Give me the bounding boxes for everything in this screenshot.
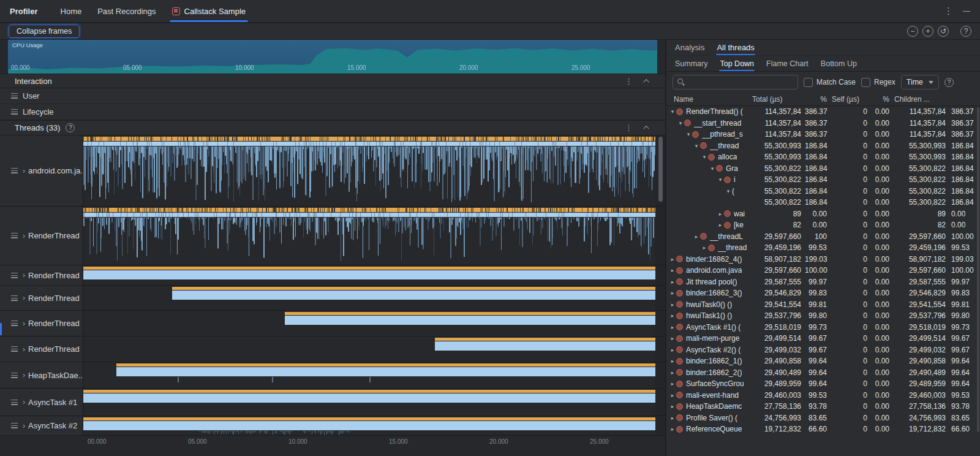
thread-track[interactable] [83, 416, 655, 435]
tree-row[interactable]: ▸wai890.0000.00890.00 [666, 208, 980, 220]
interaction-row-lifecycle[interactable]: Lifecycle [0, 104, 665, 120]
thread-track[interactable] [83, 336, 655, 362]
thread-row[interactable]: ›RenderThread [0, 336, 665, 362]
expand-chevron-icon[interactable]: ▸ [717, 222, 724, 228]
expand-chevron-icon[interactable]: › [23, 294, 25, 302]
thread-track[interactable] [83, 207, 655, 265]
more-options-icon[interactable]: ⋮ [625, 77, 633, 86]
minimize-icon[interactable]: — [963, 7, 970, 15]
search-box[interactable] [673, 75, 798, 89]
thread-row[interactable]: ›AsyncTask #2 [0, 416, 665, 436]
tree-row[interactable]: ▾RenderThread() (114,357,84386.3700.0011… [666, 106, 980, 118]
thread-track[interactable] [83, 389, 655, 416]
match-case-checkbox[interactable]: Match Case [804, 78, 856, 87]
expand-chevron-icon[interactable]: ▸ [669, 358, 676, 364]
expand-chevron-icon[interactable]: ▸ [669, 392, 676, 398]
column-self[interactable]: Self (µs) [831, 95, 871, 104]
column-total-pct[interactable]: % [805, 95, 831, 104]
collapse-chevron-icon[interactable]: ▾ [685, 131, 692, 137]
collapse-chevron-icon[interactable]: ▾ [693, 143, 700, 149]
interaction-row-user[interactable]: User [0, 88, 665, 104]
thread-track[interactable] [83, 311, 655, 336]
expand-chevron-icon[interactable]: ▸ [717, 211, 724, 217]
thread-row[interactable]: ›HeapTaskDae... [0, 362, 665, 389]
thread-label[interactable]: ›RenderThread [0, 336, 83, 362]
expand-chevron-icon[interactable]: ▸ [669, 415, 676, 421]
tab-top-down[interactable]: Top Down [714, 56, 760, 71]
tree-row[interactable]: ▾__thread55,300,993186.8400.0055,300,993… [666, 140, 980, 152]
thread-label[interactable]: ›RenderThread [0, 311, 83, 336]
tree-row[interactable]: ▸[ke820.0000.00820.00 [666, 219, 980, 231]
thread-row[interactable]: ›RenderThread [0, 265, 665, 286]
expand-chevron-icon[interactable]: › [23, 422, 25, 430]
tree-row[interactable]: ▸SurfaceSyncGrou29,489,95999.6400.0029,4… [666, 378, 980, 390]
thread-row[interactable]: ›AsyncTask #1 [0, 389, 665, 416]
tree-row[interactable]: ▸binder:16862_1()29,490,85899.6400.0029,… [666, 355, 980, 367]
expand-chevron-icon[interactable]: ▸ [669, 279, 676, 285]
expand-chevron-icon[interactable]: ▸ [669, 335, 676, 341]
tab-flame-chart[interactable]: Flame Chart [760, 56, 815, 71]
tree-row[interactable]: ▸__threadL29,597,66010000.0029,597,66010… [666, 231, 980, 243]
collapse-chevron-icon[interactable]: ▾ [677, 120, 684, 126]
tab-past-recordings[interactable]: Past Recordings [89, 0, 164, 22]
collapse-chevron-icon[interactable]: ▾ [725, 188, 732, 194]
collapse-frames-button[interactable]: Collapse frames [9, 25, 80, 38]
thread-track[interactable] [83, 265, 655, 285]
interaction-section-header[interactable]: Interaction ⋮ [0, 74, 665, 88]
thread-label[interactable]: ›AsyncTask #1 [0, 389, 83, 416]
checkbox-icon[interactable] [804, 78, 813, 87]
regex-checkbox[interactable]: Regex [861, 78, 895, 87]
thread-track[interactable] [83, 135, 655, 206]
expand-chevron-icon[interactable]: ▸ [669, 256, 676, 262]
thread-row[interactable]: ›RenderThread [0, 286, 665, 311]
expand-chevron-icon[interactable]: › [23, 232, 25, 240]
tree-row[interactable]: ▸mali-mem-purge29,499,51499.6700.0029,49… [666, 333, 980, 344]
tree-row[interactable]: ▸android.com.java29,597,660100.0000.0029… [666, 265, 980, 276]
tree-row[interactable]: ▸binder:16862_3()29,546,82999.8300.0029,… [666, 287, 980, 299]
cpu-usage-chart[interactable]: CPU Usage 00.00005.00010.00015.00020.000… [8, 40, 657, 74]
threads-section-header[interactable]: Threads (33) ? ⋮ [0, 120, 665, 135]
expand-chevron-icon[interactable]: ▸ [669, 347, 676, 353]
expand-chevron-icon[interactable]: ▸ [669, 324, 676, 330]
collapse-chevron-icon[interactable]: ▾ [701, 154, 708, 160]
expand-chevron-icon[interactable]: › [23, 345, 25, 354]
thread-label[interactable]: ›AsyncTask #2 [0, 416, 83, 435]
column-name[interactable]: Name [666, 95, 751, 104]
search-input[interactable] [688, 77, 797, 87]
expand-chevron-icon[interactable]: ▸ [669, 290, 676, 296]
tree-row[interactable]: ▾__start_thread114,357,84386.3700.00114,… [666, 118, 980, 129]
tree-row[interactable]: ▸Jit thread pool()29,587,55599.9700.0029… [666, 276, 980, 288]
tab-home[interactable]: Home [53, 0, 90, 22]
expand-chevron-icon[interactable]: ▸ [669, 381, 676, 387]
zoom-out-icon[interactable]: − [907, 26, 918, 37]
thread-label[interactable]: ›RenderThread [0, 207, 83, 265]
tree-row[interactable]: ▾(55,300,822186.8400.0055,300,822186.84 [666, 186, 980, 197]
scope-dropdown[interactable]: Time [901, 75, 939, 89]
expand-chevron-icon[interactable]: ▸ [669, 403, 676, 409]
thread-label[interactable]: ›android.com.ja... [0, 135, 83, 206]
tree-row[interactable]: ▸__thread29,459,19699.5300.0029,459,1969… [666, 242, 980, 254]
help-icon[interactable]: ? [960, 26, 971, 37]
expand-chevron-icon[interactable]: ▸ [669, 267, 676, 273]
tab-all-threads[interactable]: All threads [710, 40, 760, 55]
thread-label[interactable]: ›RenderThread [0, 265, 83, 285]
tree-row[interactable]: ▸AsyncTask #2() (29,499,03299.6700.0029,… [666, 344, 980, 356]
collapse-section-icon[interactable] [643, 78, 649, 85]
filter-help-icon[interactable]: ? [944, 78, 954, 87]
tree-row[interactable]: ▸hwuiTask0() ()29,541,55499.8100.0029,54… [666, 299, 980, 311]
reset-zoom-icon[interactable]: ↺ [938, 26, 949, 37]
threads-help-icon[interactable]: ? [66, 123, 75, 132]
tab-analysis[interactable]: Analysis [669, 40, 710, 55]
collapse-chevron-icon[interactable]: ▾ [717, 177, 724, 183]
thread-label[interactable]: ›RenderThread [0, 286, 83, 310]
expand-chevron-icon[interactable]: › [23, 319, 25, 328]
tree-row[interactable]: ▾alloca55,300,993186.8400.0055,300,99318… [666, 151, 980, 163]
tree-row[interactable]: ▸ReferenceQueue19,712,83266.6000.0019,71… [666, 424, 980, 435]
tree-row[interactable]: ▸Profile Saver() (24,756,99383.6500.0024… [666, 412, 980, 424]
column-total[interactable]: Total (µs) [751, 95, 805, 104]
expand-chevron-icon[interactable]: › [23, 167, 25, 175]
tree-row[interactable]: ▸hwuiTask1() ()29,537,79699.8000.0029,53… [666, 310, 980, 322]
column-self-pct[interactable]: % [871, 95, 893, 104]
checkbox-icon[interactable] [861, 78, 870, 87]
expand-chevron-icon[interactable]: › [23, 371, 25, 379]
